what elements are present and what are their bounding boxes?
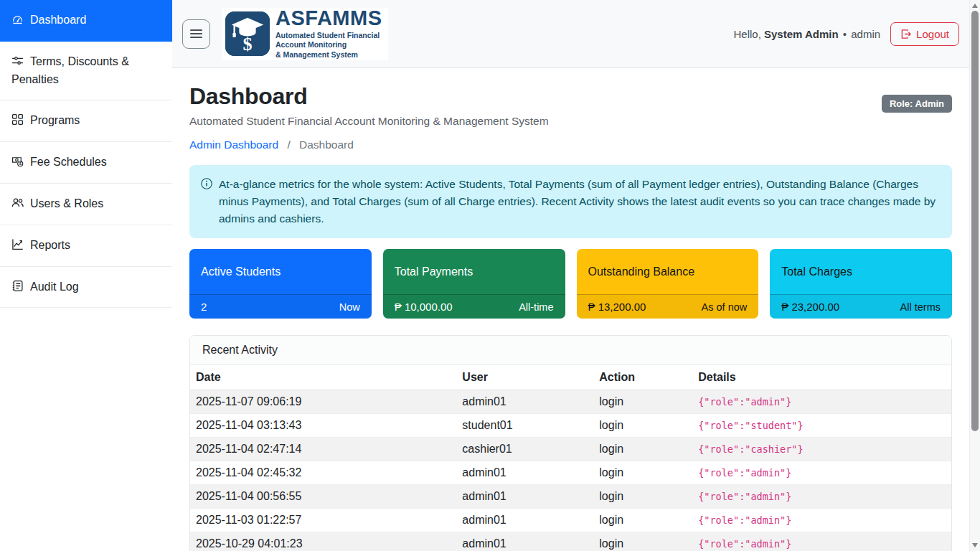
cell-date: 2025-11-04 02:47:14	[190, 438, 456, 461]
header: $ ASFAMMS Automated Student Financial Ac…	[172, 0, 969, 68]
cell-date: 2025-11-04 03:13:43	[190, 414, 456, 438]
table-row: 2025-11-04 02:47:14 cashier01 login {"ro…	[190, 438, 951, 461]
metric-card-value: 2	[201, 301, 207, 313]
column-header-details: Details	[692, 365, 951, 390]
table-row: 2025-11-04 02:45:32 admin01 login {"role…	[190, 461, 951, 485]
metric-card-total-payments: Total Payments ₱ 10,000.00 All-time	[383, 249, 565, 319]
metric-card-footer: ₱ 23,200.00 All terms	[770, 294, 952, 319]
sidebar-item-terms-discounts-penalties[interactable]: Terms, Discounts & Penalties	[0, 42, 172, 101]
sidebar-item-users-roles[interactable]: Users & Roles	[0, 184, 172, 225]
grid-icon	[11, 113, 24, 126]
info-alert: At-a-glance metrics for the whole system…	[189, 165, 952, 238]
sidebar-item-dashboard[interactable]: Dashboard	[0, 0, 172, 42]
cell-action: login	[593, 461, 692, 485]
metric-card-footer: ₱ 13,200.00 As of now	[577, 294, 759, 319]
cell-action: login	[593, 485, 692, 509]
column-header-action: Action	[593, 365, 692, 390]
people-icon	[11, 197, 24, 209]
role-badge: Role: Admin	[882, 95, 952, 113]
user-name: System Admin	[764, 28, 839, 40]
sidebar-item-programs[interactable]: Programs	[0, 100, 172, 142]
scrollbar-down-arrow[interactable]	[972, 543, 978, 547]
journal-text-icon	[11, 280, 24, 292]
info-alert-text: At-a-glance metrics for the whole system…	[219, 176, 941, 227]
user-greeting: Hello, System Admin • admin	[733, 28, 880, 40]
recent-activity-title: Recent Activity	[190, 336, 951, 365]
user-role: admin	[851, 28, 880, 40]
metric-cards-row: Active Students 2 Now Total Payments ₱ 1…	[189, 249, 952, 319]
metric-card-title: Active Students	[201, 265, 281, 278]
cell-details: {"role":"admin"}	[692, 532, 951, 551]
sidebar-nav: DashboardTerms, Discounts & PenaltiesPro…	[0, 0, 172, 308]
graduation-cap-dollar-icon: $	[225, 11, 270, 56]
brand-text: ASFAMMS Automated Student Financial Acco…	[275, 8, 382, 60]
cell-action: login	[593, 414, 692, 438]
cell-user: admin01	[456, 509, 593, 532]
cell-user: admin01	[456, 532, 593, 551]
cell-date: 2025-10-29 04:01:23	[190, 532, 456, 551]
sidebar-item-audit-log[interactable]: Audit Log	[0, 267, 172, 309]
cell-user: cashier01	[456, 438, 593, 461]
svg-text:$: $	[19, 161, 22, 166]
recent-activity-card: Recent Activity DateUserActionDetails 20…	[189, 335, 952, 551]
graph-up-icon	[11, 238, 24, 250]
table-row: 2025-11-03 01:22:57 admin01 login {"role…	[190, 509, 951, 532]
page-subtitle: Automated Student Financial Account Moni…	[189, 115, 549, 128]
svg-text:$: $	[242, 34, 252, 55]
metric-card-period: All terms	[900, 301, 941, 313]
breadcrumb-current: Dashboard	[299, 138, 354, 151]
metric-card-title: Total Charges	[781, 265, 852, 278]
recent-activity-table: DateUserActionDetails 2025-11-07 09:06:1…	[190, 365, 951, 551]
metric-card-period: As of now	[702, 301, 748, 313]
cell-details: {"role":"admin"}	[692, 390, 951, 414]
breadcrumb: Admin Dashboard / Dashboard	[189, 138, 549, 151]
cell-date: 2025-11-04 02:45:32	[190, 461, 456, 485]
metric-card-title: Outstanding Balance	[588, 265, 695, 278]
logout-button[interactable]: Logout	[890, 22, 959, 46]
sidebar-item-reports[interactable]: Reports	[0, 225, 172, 267]
speedometer-icon	[11, 13, 24, 25]
table-row: 2025-10-29 04:01:23 admin01 login {"role…	[190, 532, 951, 551]
scrollbar-up-arrow[interactable]	[972, 4, 978, 8]
cell-date: 2025-11-07 09:06:19	[190, 390, 456, 414]
cell-date: 2025-11-04 00:56:55	[190, 485, 456, 509]
cell-user: admin01	[456, 390, 593, 414]
box-arrow-right-icon	[900, 29, 911, 39]
cell-action: login	[593, 532, 692, 551]
cell-action: login	[593, 390, 692, 414]
page-content: Dashboard Automated Student Financial Ac…	[172, 68, 969, 551]
metric-card-footer: ₱ 10,000.00 All-time	[383, 294, 565, 319]
cell-details: {"role":"admin"}	[692, 509, 951, 532]
sliders-icon	[11, 55, 24, 67]
metric-card-total-charges: Total Charges ₱ 23,200.00 All terms	[770, 249, 952, 319]
scrollbar[interactable]	[969, 0, 980, 551]
app-root: DashboardTerms, Discounts & PenaltiesPro…	[0, 0, 980, 551]
column-header-date: Date	[190, 365, 456, 390]
table-body: 2025-11-07 09:06:19 admin01 login {"role…	[190, 390, 951, 551]
metric-card-period: Now	[339, 301, 360, 313]
hamburger-icon	[190, 29, 202, 31]
column-header-user: User	[456, 365, 593, 390]
metric-card-period: All-time	[519, 301, 553, 313]
brand-acronym: ASFAMMS	[275, 8, 382, 29]
metric-card-title: Total Payments	[395, 265, 473, 278]
metric-card-outstanding-balance: Outstanding Balance ₱ 13,200.00 As of no…	[577, 249, 759, 319]
info-circle-icon	[201, 177, 212, 227]
table-row: 2025-11-07 09:06:19 admin01 login {"role…	[190, 390, 951, 414]
cell-details: {"role":"admin"}	[692, 485, 951, 509]
scrollbar-thumb[interactable]	[971, 11, 979, 431]
metric-card-value: ₱ 13,200.00	[588, 301, 646, 313]
sidebar-toggle-button[interactable]	[182, 19, 210, 49]
cell-user: admin01	[456, 461, 593, 485]
cell-details: {"role":"cashier"}	[692, 438, 951, 461]
metric-card-active-students: Active Students 2 Now	[189, 249, 372, 319]
page-title: Dashboard	[189, 83, 549, 110]
brand-logo: $ ASFAMMS Automated Student Financial Ac…	[222, 8, 388, 60]
sidebar-item-fee-schedules[interactable]: $Fee Schedules	[0, 142, 172, 184]
cell-action: login	[593, 438, 692, 461]
cell-details: {"role":"admin"}	[692, 461, 951, 485]
cell-user: student01	[456, 414, 593, 438]
cell-user: admin01	[456, 485, 593, 509]
main-column: $ ASFAMMS Automated Student Financial Ac…	[172, 0, 969, 551]
breadcrumb-link-admin-dashboard[interactable]: Admin Dashboard	[189, 138, 278, 151]
